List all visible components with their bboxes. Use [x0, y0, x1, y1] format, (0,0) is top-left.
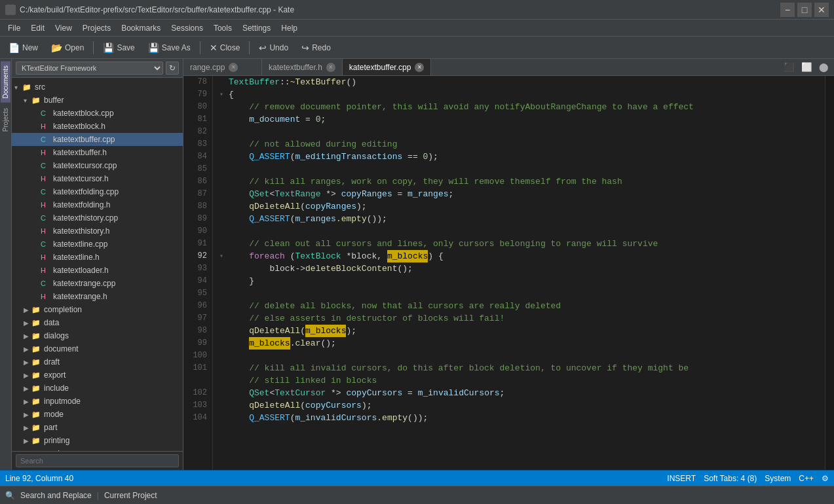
- code-editor[interactable]: 7879808182838485868788899091929394959697…: [183, 76, 834, 470]
- line-number: 97: [183, 312, 207, 325]
- close-file-button[interactable]: ✕ Close: [204, 40, 246, 56]
- tree-item[interactable]: Ckatetextblock.cpp: [12, 107, 183, 120]
- titlebar-left: C:/kate/build/TextEditor-prefix/src/Text…: [5, 5, 294, 15]
- cpp-file-icon: C: [41, 279, 51, 287]
- menu-item-help[interactable]: Help: [276, 22, 303, 34]
- menu-item-tools[interactable]: Tools: [208, 22, 237, 34]
- tree-item[interactable]: Hkatetextloader.h: [12, 264, 183, 277]
- folder-icon: 📁: [31, 319, 42, 327]
- code-line: Q_ASSERT(m_invalidCursors.empty());: [219, 412, 825, 424]
- tab-action-button-2[interactable]: ⬤: [816, 61, 831, 73]
- sidebar-search-input[interactable]: [16, 454, 179, 467]
- tree-item[interactable]: ▶📁export: [12, 369, 183, 382]
- tree-item[interactable]: ▾📁src: [12, 81, 183, 94]
- tree-arrow: ▾: [24, 97, 31, 104]
- line-number: 98: [183, 325, 207, 337]
- tree-item[interactable]: Hkatetexthistory.h: [12, 225, 183, 238]
- code-token: (: [300, 200, 305, 213]
- minimize-button[interactable]: −: [780, 3, 795, 17]
- maximize-button[interactable]: □: [797, 3, 812, 17]
- sidebar-dropdown[interactable]: KTextEditor Framework: [16, 62, 163, 75]
- project-label[interactable]: Current Project: [104, 491, 157, 500]
- close-button[interactable]: ✕: [814, 3, 829, 17]
- statusbar-settings-icon[interactable]: ⚙: [822, 474, 829, 483]
- code-token: m_invalidCursors: [418, 387, 500, 399]
- bottom-bar: 🔍 Search and Replace | Current Project: [0, 486, 834, 504]
- tab-close-button[interactable]: ×: [326, 63, 335, 72]
- tree-item[interactable]: ▶📁document: [12, 342, 183, 355]
- sidebar-refresh-button[interactable]: ↻: [166, 62, 179, 75]
- tab-close-button[interactable]: ×: [229, 63, 238, 72]
- statusbar-position: Line 92, Column 40: [5, 474, 73, 483]
- tree-item[interactable]: ▶📁draft: [12, 355, 183, 369]
- tree-item-label: document: [44, 344, 79, 353]
- statusbar-language[interactable]: C++: [799, 474, 814, 483]
- line-number: 88: [183, 200, 207, 213]
- menu-item-sessions[interactable]: Sessions: [166, 22, 208, 34]
- tree-item[interactable]: Hkatetextline.h: [12, 251, 183, 264]
- tree-item[interactable]: Hkatetextbuffer.h: [12, 146, 183, 159]
- menu-item-bookmarks[interactable]: Bookmarks: [116, 22, 166, 34]
- menu-item-view[interactable]: View: [50, 22, 77, 34]
- tree-item[interactable]: ▶📁inputmode: [12, 395, 183, 408]
- code-token: }: [229, 275, 254, 287]
- sidebar-item-documents[interactable]: Documents: [1, 62, 10, 103]
- h-file-icon: H: [41, 149, 51, 156]
- code-token: );: [428, 151, 438, 163]
- tree-item[interactable]: Hkatetextcursor.h: [12, 172, 183, 185]
- menu-item-settings[interactable]: Settings: [237, 22, 276, 34]
- tree-item[interactable]: ▶📁data: [12, 316, 183, 329]
- tree-item-label: katetextline.cpp: [53, 240, 107, 249]
- tree-item-label: mode: [44, 410, 64, 419]
- tree-item[interactable]: Ckatetextbuffer.cpp: [12, 133, 183, 146]
- tab-action-button-0[interactable]: ⬛: [781, 61, 797, 73]
- menubar: FileEditViewProjectsBookmarksSessionsToo…: [0, 20, 834, 37]
- undo-button[interactable]: ↩ Undo: [253, 40, 294, 56]
- code-token: clear: [295, 337, 320, 350]
- folder-icon: 📁: [31, 384, 42, 393]
- tree-item[interactable]: Ckatetextcursor.cpp: [12, 159, 183, 172]
- folder-icon: 📁: [31, 397, 42, 406]
- search-and-replace-label[interactable]: Search and Replace: [20, 491, 92, 500]
- statusbar-right: INSERT Soft Tabs: 4 (8) System C++ ⚙: [667, 474, 829, 483]
- editor-tab-2[interactable]: katetextbuffer.cpp×: [343, 59, 432, 75]
- new-button[interactable]: 📄 New: [3, 40, 44, 56]
- editor-tab-0[interactable]: range.cpp×: [183, 59, 262, 75]
- redo-button[interactable]: ↪ Redo: [295, 40, 337, 56]
- open-button[interactable]: 📂 Open: [45, 40, 90, 56]
- tree-item[interactable]: ▶📁include: [12, 382, 183, 395]
- tree-item[interactable]: ▶📁part: [12, 421, 183, 434]
- statusbar-encoding[interactable]: System: [765, 474, 791, 483]
- tree-item[interactable]: ▶📁dialogs: [12, 329, 183, 342]
- tree-item[interactable]: ▶📁printing: [12, 434, 183, 447]
- fold-arrow[interactable]: ▾: [219, 88, 229, 101]
- tree-item[interactable]: Hkatetextblock.h: [12, 120, 183, 133]
- save-as-button[interactable]: 💾 Save As: [142, 40, 197, 56]
- sidebar-item-projects[interactable]: Projects: [1, 104, 10, 135]
- tree-item[interactable]: ▶📁mode: [12, 408, 183, 421]
- menu-item-projects[interactable]: Projects: [77, 22, 116, 34]
- tree-item[interactable]: ▶📁completion: [12, 303, 183, 316]
- tree-item[interactable]: Ckatetextline.cpp: [12, 238, 183, 251]
- save-button[interactable]: 💾 Save: [97, 40, 140, 56]
- save-icon: 💾: [103, 43, 114, 53]
- code-token: // clean out all cursors and lines, only…: [229, 238, 658, 250]
- tree-item[interactable]: Ckatetextfolding.cpp: [12, 185, 183, 198]
- editor-tab-1[interactable]: katetextbuffer.h×: [262, 59, 343, 75]
- tab-action-button-1[interactable]: ⬜: [799, 61, 815, 73]
- menu-item-file[interactable]: File: [3, 22, 26, 34]
- h-file-icon: H: [41, 253, 51, 261]
- code-content[interactable]: TextBuffer::~TextBuffer()▾{ // remove do…: [213, 76, 825, 470]
- tab-close-button[interactable]: ×: [415, 63, 424, 72]
- code-token: copyCursors: [305, 399, 362, 412]
- tree-item[interactable]: Hkatetextrange.h: [12, 290, 183, 303]
- code-token: (: [300, 399, 305, 412]
- fold-arrow[interactable]: ▾: [219, 250, 229, 262]
- menu-item-edit[interactable]: Edit: [26, 22, 50, 34]
- tree-item[interactable]: Ckatetexthistory.cpp: [12, 211, 183, 225]
- tree-item[interactable]: Hkatetextfolding.h: [12, 198, 183, 211]
- statusbar-tabs[interactable]: Soft Tabs: 4 (8): [704, 474, 757, 483]
- tree-item-label: katetextblock.h: [53, 122, 105, 131]
- tree-item[interactable]: ▾📁buffer: [12, 94, 183, 107]
- tree-item[interactable]: Ckatetextrange.cpp: [12, 277, 183, 290]
